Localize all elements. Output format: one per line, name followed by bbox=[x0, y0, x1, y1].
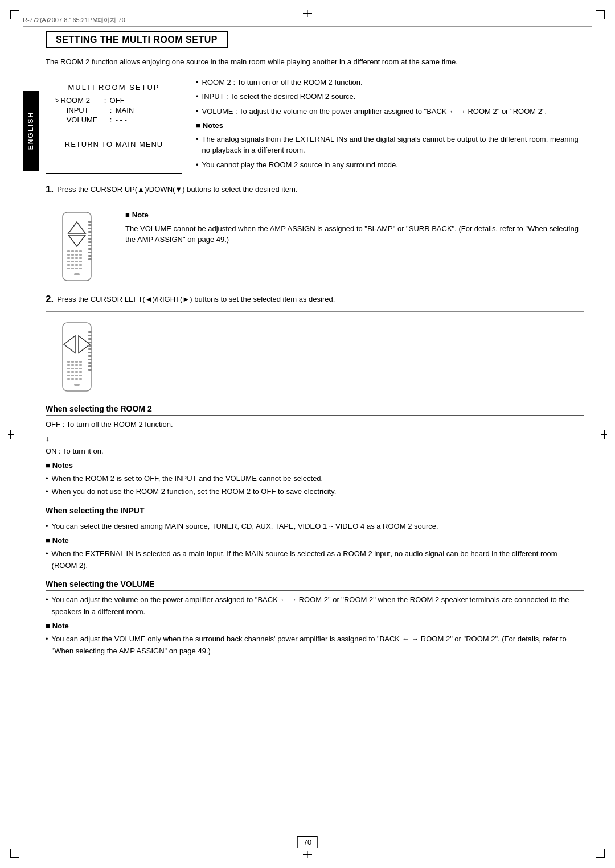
setup-bullet-3: VOLUME : To adjust the volume on the pow… bbox=[196, 106, 584, 117]
svg-rect-52 bbox=[88, 362, 92, 364]
svg-rect-38 bbox=[79, 268, 82, 269]
room2-off-text: OFF : To turn off the ROOM 2 function. bbox=[46, 419, 584, 431]
step1-remote-row: Note The VOLUME cannot be adjusted when … bbox=[46, 209, 584, 283]
svg-rect-47 bbox=[88, 345, 92, 347]
step1-note: Note The VOLUME cannot be adjusted when … bbox=[125, 209, 584, 245]
svg-rect-8 bbox=[88, 238, 92, 240]
svg-rect-58 bbox=[79, 361, 82, 363]
english-sidebar: ENGLISH bbox=[23, 91, 39, 171]
cross-top-h bbox=[303, 13, 312, 14]
subsection-input-body: You can select the desired among MAIN so… bbox=[46, 521, 584, 571]
header-left: R-772(A)2007.8.165:21PM페이지 70 bbox=[23, 16, 125, 24]
row-label-input: INPUT bbox=[67, 106, 106, 114]
svg-rect-39 bbox=[74, 273, 80, 275]
svg-rect-60 bbox=[71, 364, 74, 366]
svg-rect-67 bbox=[67, 371, 70, 373]
svg-rect-26 bbox=[79, 257, 82, 259]
subsection-room2-body: OFF : To turn off the ROOM 2 function. ↓… bbox=[46, 419, 584, 498]
room2-notes-label: Notes bbox=[46, 460, 584, 472]
row-indicator-volume bbox=[55, 116, 58, 124]
corner-mark-bl bbox=[10, 849, 19, 858]
svg-rect-19 bbox=[67, 254, 70, 256]
svg-rect-9 bbox=[88, 241, 92, 243]
step2-text: Press the CURSOR LEFT(◄)/RIGHT(►) button… bbox=[57, 294, 335, 305]
subsection-volume-body: You can adjust the volume on the power a… bbox=[46, 594, 584, 657]
row-indicator-input bbox=[55, 106, 58, 114]
step2-section: 2. Press the CURSOR LEFT(◄)/RIGHT(►) but… bbox=[46, 294, 584, 393]
room2-note-2: When you do not use the ROOM 2 function,… bbox=[46, 486, 584, 498]
box-row-input: INPUT : MAIN bbox=[55, 106, 173, 114]
row-indicator-room2: > bbox=[55, 96, 60, 105]
corner-mark-br bbox=[596, 849, 605, 858]
subsection-input-title: When selecting the INPUT bbox=[46, 506, 584, 517]
svg-rect-53 bbox=[88, 365, 92, 367]
svg-rect-22 bbox=[79, 254, 82, 256]
row-value-room2: OFF bbox=[110, 96, 173, 105]
svg-rect-32 bbox=[71, 264, 74, 266]
svg-rect-46 bbox=[88, 342, 92, 343]
page: R-772(A)2007.8.165:21PM페이지 70 ENGLISH SE… bbox=[0, 0, 615, 868]
volume-note-1: You can adjust the VOLUME only when the … bbox=[46, 633, 584, 657]
main-content: SETTING THE MULTI ROOM SETUP The ROOM 2 … bbox=[46, 31, 584, 837]
step2-remote-row bbox=[46, 320, 584, 394]
step1-text: Press the CURSOR UP(▲)/DOWN(▼) buttons t… bbox=[57, 184, 297, 195]
svg-rect-57 bbox=[75, 361, 78, 363]
svg-rect-62 bbox=[79, 364, 82, 366]
notes-label: Notes bbox=[196, 120, 584, 131]
step1-remote-image bbox=[46, 209, 108, 283]
svg-marker-41 bbox=[64, 336, 75, 353]
svg-rect-31 bbox=[67, 264, 70, 266]
svg-rect-14 bbox=[88, 258, 92, 260]
cross-right-h bbox=[601, 434, 607, 435]
svg-rect-7 bbox=[88, 235, 92, 236]
input-note-label: Note bbox=[46, 535, 584, 547]
step2-number: 2. bbox=[46, 294, 54, 305]
notes-bullets: The analog signals from the EXTERNAL INs… bbox=[196, 134, 584, 171]
svg-rect-24 bbox=[71, 257, 74, 259]
svg-rect-16 bbox=[71, 250, 74, 252]
svg-rect-69 bbox=[75, 371, 78, 373]
svg-rect-51 bbox=[88, 359, 92, 360]
room2-note-1: When the ROOM 2 is set to OFF, the INPUT… bbox=[46, 473, 584, 485]
title-box: SETTING THE MULTI ROOM SETUP bbox=[46, 31, 228, 48]
step2-line: 2. Press the CURSOR LEFT(◄)/RIGHT(►) but… bbox=[46, 294, 584, 305]
svg-rect-65 bbox=[75, 368, 78, 369]
row-value-volume: - - - bbox=[116, 116, 173, 124]
svg-rect-74 bbox=[79, 375, 82, 376]
sidebar-label: ENGLISH bbox=[27, 112, 35, 150]
svg-rect-55 bbox=[67, 361, 70, 363]
box-row-volume: VOLUME : - - - bbox=[55, 116, 173, 124]
svg-rect-21 bbox=[75, 254, 78, 256]
svg-marker-2 bbox=[68, 235, 85, 246]
cross-bottom-h bbox=[303, 854, 312, 855]
return-line: RETURN TO MAIN MENU bbox=[55, 140, 173, 149]
input-bullet-1: You can select the desired among MAIN so… bbox=[46, 521, 584, 533]
svg-rect-40 bbox=[63, 323, 91, 391]
row-label-volume: VOLUME bbox=[67, 116, 106, 124]
svg-rect-44 bbox=[88, 335, 92, 336]
subsection-volume: When selecting the VOLUME You can adjust… bbox=[46, 579, 584, 657]
svg-rect-49 bbox=[88, 352, 92, 353]
svg-marker-1 bbox=[68, 222, 85, 233]
svg-rect-56 bbox=[71, 361, 74, 363]
step2-remote-image bbox=[46, 320, 108, 394]
svg-rect-77 bbox=[75, 378, 78, 380]
svg-rect-59 bbox=[67, 364, 70, 366]
setup-display-box: MULTI ROOM SETUP > ROOM 2 : OFF INPUT : … bbox=[46, 77, 182, 174]
step1-line: 1. Press the CURSOR UP(▲)/DOWN(▼) button… bbox=[46, 184, 584, 195]
step1-divider bbox=[46, 201, 584, 201]
svg-rect-27 bbox=[67, 261, 70, 262]
svg-rect-66 bbox=[79, 368, 82, 369]
svg-rect-12 bbox=[88, 252, 92, 253]
svg-rect-23 bbox=[67, 257, 70, 259]
svg-rect-48 bbox=[88, 348, 92, 350]
svg-rect-34 bbox=[79, 264, 82, 266]
svg-rect-78 bbox=[79, 378, 82, 380]
svg-rect-11 bbox=[88, 248, 92, 250]
svg-rect-35 bbox=[67, 268, 70, 269]
svg-rect-29 bbox=[75, 261, 78, 262]
svg-rect-75 bbox=[67, 378, 70, 380]
svg-rect-6 bbox=[88, 231, 92, 233]
svg-rect-73 bbox=[75, 375, 78, 376]
setup-bullets: ROOM 2 : To turn on or off the ROOM 2 fu… bbox=[196, 77, 584, 174]
